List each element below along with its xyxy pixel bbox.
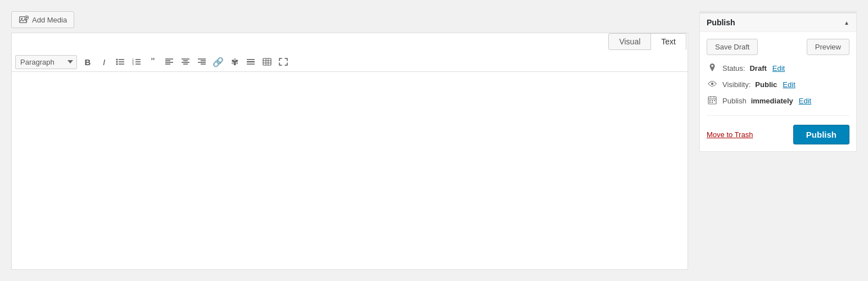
add-media-label: Add Media [32,16,67,24]
svg-point-35 [711,65,713,67]
publish-box: Publish ▲ Save Draft Preview Status: Dra… [699,11,857,152]
visibility-row: Visibility: Public Edit [707,80,849,89]
svg-point-7 [116,64,118,65]
table-button[interactable] [259,55,275,69]
editor-wrapper: Visual Text Paragraph Heading 1 Heading … [11,33,688,270]
panel-header: Publish ▲ [700,13,856,32]
editor-area: Add Media Visual Text Paragraph Heading … [11,11,688,270]
horizontal-rule-button[interactable] [243,55,259,69]
svg-rect-43 [714,100,715,101]
svg-rect-45 [712,102,713,103]
svg-rect-41 [709,100,711,101]
publish-button[interactable]: Publish [793,125,849,144]
status-value: Draft [749,64,766,72]
add-media-icon [19,15,29,25]
status-row: Status: Draft Edit [707,63,849,74]
status-edit-link[interactable]: Edit [772,64,785,72]
more-tag-button[interactable]: ✾ [227,55,242,69]
align-center-button[interactable] [178,55,193,69]
toolbar-row: Paragraph Heading 1 Heading 2 Heading 3 … [12,52,688,72]
save-draft-button[interactable]: Save Draft [707,39,758,55]
panel-footer: Move to Trash Publish [707,125,849,144]
align-right-button[interactable] [194,55,210,69]
preview-button[interactable]: Preview [807,39,849,55]
status-label: Status: [722,64,745,72]
italic-button[interactable]: I [96,55,112,69]
format-select[interactable]: Paragraph Heading 1 Heading 2 Heading 3 … [15,55,77,69]
fullscreen-button[interactable] [275,55,291,69]
svg-point-3 [116,59,118,61]
panel-meta: Status: Draft Edit Visibility: Public Ed… [707,63,849,116]
panel-title: Publish [707,18,735,27]
svg-rect-42 [712,100,713,101]
publish-time-value: immediately [751,97,793,105]
move-to-trash-button[interactable]: Move to Trash [707,130,753,139]
svg-rect-44 [709,102,711,103]
pin-icon [707,63,718,74]
ordered-list-button[interactable]: 1.2.3. [129,55,144,69]
link-button[interactable]: 🔗 [210,55,226,69]
panel-toggle-icon[interactable]: ▲ [844,20,849,26]
visibility-label: Visibility: [722,80,751,89]
unordered-list-button[interactable] [112,55,128,69]
tab-text[interactable]: Text [650,33,686,50]
editor-content[interactable] [12,72,688,269]
blockquote-button[interactable]: " [145,55,161,69]
svg-point-36 [711,83,713,85]
visibility-edit-link[interactable]: Edit [783,80,795,89]
tab-visual[interactable]: Visual [608,33,651,50]
panel-actions: Save Draft Preview [707,39,849,55]
panel-body: Save Draft Preview Status: Draft Edit [700,32,856,151]
svg-text:3.: 3. [132,62,134,66]
bold-button[interactable]: B [80,55,96,69]
publish-time-edit-link[interactable]: Edit [799,97,811,105]
svg-point-1 [21,18,23,20]
add-media-button[interactable]: Add Media [11,11,74,28]
publish-panel: Publish ▲ Save Draft Preview Status: Dra… [699,11,857,270]
editor-tab-bar: Visual Text [12,33,688,50]
visibility-value: Public [755,80,777,89]
eye-icon [707,80,718,89]
publish-time-label: Publish [722,97,747,105]
svg-rect-30 [263,58,271,65]
publish-time-row: Publish immediately Edit [707,96,849,106]
svg-point-5 [116,61,118,63]
align-left-button[interactable] [161,55,177,69]
calendar-icon [707,96,718,106]
